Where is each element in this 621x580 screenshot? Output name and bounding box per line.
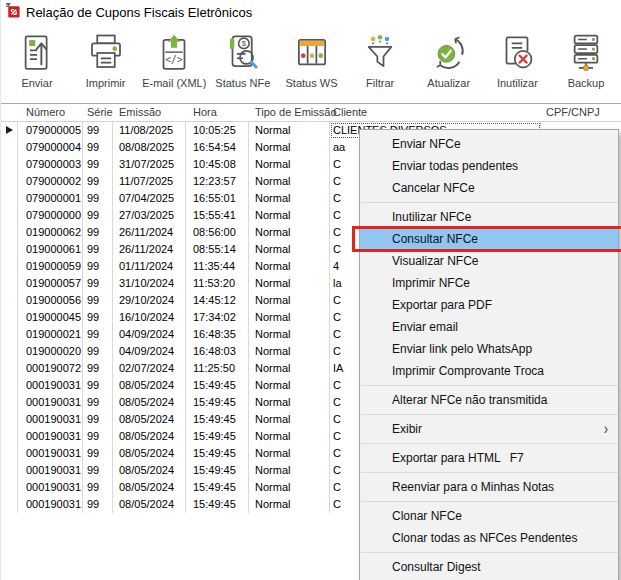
- toolbar-button-status-nfe[interactable]: $ Status NFe: [210, 26, 276, 102]
- cell-numero: 079000002: [18, 173, 83, 190]
- toolbar-button-status-ws[interactable]: Status WS: [279, 26, 345, 102]
- toolbar-button-inutilizar[interactable]: Inutilizar: [484, 26, 550, 102]
- column-gridline: [82, 122, 83, 513]
- menu-item-enviar-nfce[interactable]: Enviar NFCe: [360, 133, 618, 155]
- cell-tipo: Normal: [249, 139, 330, 156]
- cell-hora: 11:53:20: [186, 275, 249, 292]
- menu-item-clonar-nfce[interactable]: Clonar NFCe: [360, 505, 618, 527]
- menu-item-label: Consultar NFCe: [392, 232, 478, 246]
- cell-numero: 000190072: [18, 360, 83, 377]
- menu-item-reenviar-para-o-minhas-notas[interactable]: Reenviar para o Minhas Notas: [360, 476, 618, 498]
- menu-item-enviar-todas-pendentes[interactable]: Enviar todas pendentes: [360, 155, 618, 177]
- column-header-emissao[interactable]: Emissão: [113, 104, 186, 121]
- window-title: Relação de Cupons Fiscais Eletrônicos: [26, 5, 252, 20]
- toolbar-button-label: Atualizar: [427, 77, 470, 89]
- menu-separator: [361, 472, 617, 473]
- toolbar-button-filtrar[interactable]: Filtrar: [347, 26, 413, 102]
- cell-numero: 000190031: [18, 496, 83, 513]
- row-marker-cell: [1, 156, 18, 173]
- menu-item-label: Imprimir NFCe: [392, 276, 470, 290]
- cell-serie: 99: [83, 326, 113, 343]
- cell-numero: 000190031: [18, 377, 83, 394]
- menu-item-exportar-para-html[interactable]: Exportar para HTMLF7: [360, 447, 618, 469]
- cell-serie: 99: [83, 309, 113, 326]
- filter-icon: [359, 32, 401, 74]
- row-marker-cell: [1, 275, 18, 292]
- cell-serie: 99: [83, 428, 113, 445]
- column-header-serie[interactable]: Série: [83, 104, 113, 121]
- toolbar-button-label: Imprimir: [86, 77, 126, 89]
- menu-item-consultar-digest[interactable]: Consultar Digest: [360, 556, 618, 578]
- status-nfe-icon: $: [222, 32, 264, 74]
- column-header-cliente[interactable]: Cliente: [330, 104, 541, 121]
- menu-item-cancelar-nfce[interactable]: Cancelar NFCe: [360, 177, 618, 199]
- cell-tipo: Normal: [249, 496, 330, 513]
- menu-item-label: Exibir: [392, 422, 422, 436]
- cell-serie: 99: [83, 122, 113, 139]
- menu-item-visualizar-nfce[interactable]: Visualizar NFCe: [360, 250, 618, 272]
- cell-serie: 99: [83, 377, 113, 394]
- column-header-tipo[interactable]: Tipo de Emissão: [249, 104, 330, 121]
- cell-serie: 99: [83, 343, 113, 360]
- row-marker-cell: [1, 122, 18, 139]
- toolbar-button-label: Backup: [568, 77, 605, 89]
- toolbar: Enviar Imprimir </> E-mail (XML) $ Statu…: [1, 26, 621, 102]
- cell-hora: 16:48:35: [186, 326, 249, 343]
- cell-serie: 99: [83, 394, 113, 411]
- toolbar-button-enviar[interactable]: Enviar: [4, 26, 70, 102]
- row-marker-cell: [1, 173, 18, 190]
- menu-item-alterar-nfce-nao-transmitida[interactable]: Alterar NFCe não transmitida: [360, 389, 618, 411]
- column-header-numero[interactable]: Número: [18, 104, 83, 121]
- backup-server-icon: [565, 32, 607, 74]
- cell-hora: 10:05:25: [186, 122, 249, 139]
- menu-item-imprimir-comprovante-troca[interactable]: Imprimir Comprovante Troca: [360, 360, 618, 382]
- cell-hora: 16:54:54: [186, 139, 249, 156]
- row-marker-cell: [1, 343, 18, 360]
- menu-item-inutilizar-nfce[interactable]: Inutilizar NFCe: [360, 206, 618, 228]
- toolbar-button-imprimir[interactable]: Imprimir: [73, 26, 139, 102]
- row-marker-cell: [1, 207, 18, 224]
- cell-emissao: 07/04/2025: [113, 190, 186, 207]
- menu-item-exibir[interactable]: Exibir›: [360, 418, 618, 440]
- toolbar-button-backup[interactable]: Backup: [553, 26, 619, 102]
- menu-separator: [361, 501, 617, 502]
- cell-serie: 99: [83, 292, 113, 309]
- menu-item-imprimir-nfce[interactable]: Imprimir NFCe: [360, 272, 618, 294]
- menu-separator: [361, 385, 617, 386]
- cell-hora: 11:35:44: [186, 258, 249, 275]
- cell-emissao: 08/05/2024: [113, 462, 186, 479]
- cell-emissao: 26/11/2024: [113, 241, 186, 258]
- cell-numero: 000190031: [18, 394, 83, 411]
- menu-item-label: Clonar todas as NFCes Pendentes: [392, 531, 577, 545]
- cell-emissao: 08/05/2024: [113, 479, 186, 496]
- menu-item-enviar-link-pelo-whatsapp[interactable]: Enviar link pelo WhatsApp: [360, 338, 618, 360]
- cell-hora: 15:49:45: [186, 428, 249, 445]
- row-marker-cell: [1, 326, 18, 343]
- menu-item-exportar-para-pdf[interactable]: Exportar para PDF: [360, 294, 618, 316]
- row-marker-cell: [1, 224, 18, 241]
- cell-emissao: 08/05/2024: [113, 428, 186, 445]
- selected-row-marker-icon: [6, 126, 13, 134]
- cell-emissao: 08/05/2024: [113, 411, 186, 428]
- cell-serie: 99: [83, 241, 113, 258]
- cell-numero: 000190031: [18, 462, 83, 479]
- menu-item-label: Enviar email: [392, 320, 458, 334]
- cell-hora: 10:45:08: [186, 156, 249, 173]
- cell-numero: 019000059: [18, 258, 83, 275]
- cell-tipo: Normal: [249, 428, 330, 445]
- cell-numero: 079000003: [18, 156, 83, 173]
- menu-item-consultar-nfce[interactable]: Consultar NFCe: [360, 228, 618, 250]
- menu-item-label: Enviar todas pendentes: [392, 159, 518, 173]
- toolbar-button-atualizar[interactable]: Atualizar: [416, 26, 482, 102]
- svg-text:$: $: [242, 39, 247, 48]
- toolbar-button-label: Filtrar: [366, 77, 394, 89]
- cell-emissao: 29/10/2024: [113, 292, 186, 309]
- cell-hora: 11:25:50: [186, 360, 249, 377]
- cell-hora: 15:49:45: [186, 445, 249, 462]
- menu-item-enviar-email[interactable]: Enviar email: [360, 316, 618, 338]
- column-header-hora[interactable]: Hora: [186, 104, 249, 121]
- toolbar-button-email-xml[interactable]: </> E-mail (XML): [141, 26, 207, 102]
- cell-emissao: 04/09/2024: [113, 326, 186, 343]
- menu-item-clonar-todas-as-nfces-pendentes[interactable]: Clonar todas as NFCes Pendentes: [360, 527, 618, 549]
- column-header-cpf[interactable]: CPF/CNPJ: [541, 104, 621, 121]
